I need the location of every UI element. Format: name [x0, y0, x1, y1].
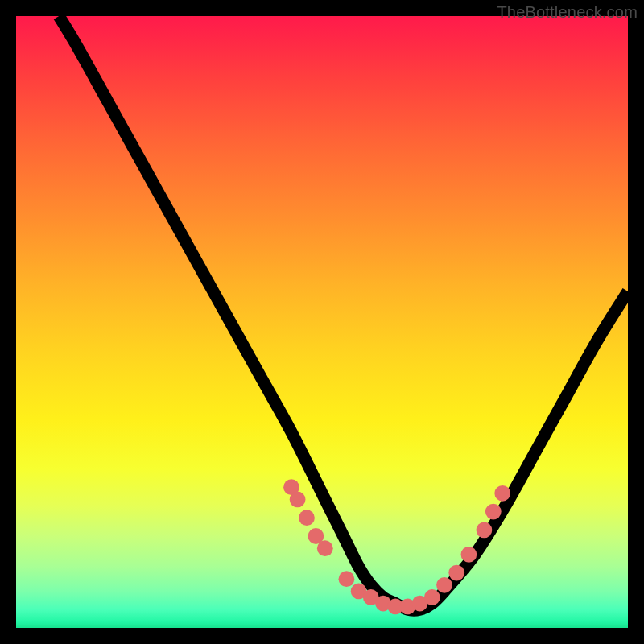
watermark-text: TheBottleneck.com [497, 3, 638, 22]
curve-marker [317, 540, 333, 556]
curve-marker [448, 565, 464, 581]
curve-marker [477, 522, 493, 539]
curve-layer [16, 16, 628, 628]
curve-marker [290, 492, 306, 508]
curve-marker [485, 504, 502, 520]
curve-marker [494, 485, 510, 502]
plot-area [16, 16, 628, 628]
curve-marker [461, 547, 477, 563]
curve-marker [436, 577, 452, 593]
curve-marker [339, 571, 355, 587]
chart-stage: TheBottleneck.com [0, 0, 644, 644]
curve-marker [299, 510, 315, 526]
bottleneck-curve [59, 16, 628, 610]
curve-marker [424, 589, 440, 605]
